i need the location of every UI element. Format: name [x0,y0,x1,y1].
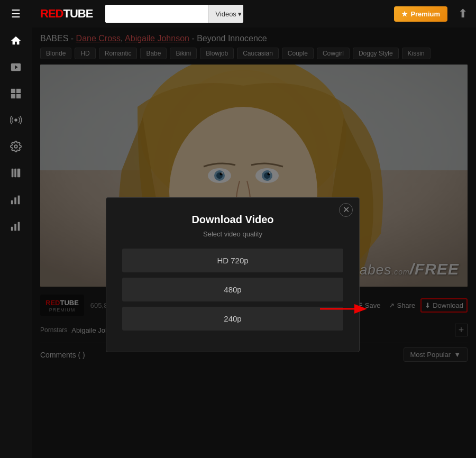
modal-close-button[interactable]: ✕ [339,203,353,217]
logo-red: RED [40,7,63,21]
svg-rect-2 [11,89,15,93]
svg-rect-16 [18,222,20,231]
sidebar-item-library[interactable] [0,160,32,186]
modal-title: Download Video [122,214,343,226]
premium-star-icon: ★ [401,10,408,18]
svg-rect-10 [17,169,21,178]
svg-rect-3 [16,89,21,93]
svg-point-6 [14,118,17,122]
sidebar-menu-btn[interactable]: ☰ [0,0,32,28]
svg-rect-15 [14,224,16,231]
quality-hd-720p-button[interactable]: HD 720p [122,249,343,272]
premium-button[interactable]: ★ Premium [394,6,447,22]
svg-rect-12 [14,197,16,204]
svg-rect-13 [18,196,20,205]
svg-rect-11 [11,200,13,204]
logo-tube: TUBE [63,7,93,21]
hamburger-icon[interactable]: ☰ [11,7,21,20]
modal-overlay[interactable]: ✕ Download Video Select video quality HD… [32,28,476,458]
svg-rect-8 [12,169,14,178]
quality-480p-button[interactable]: 480p [122,278,343,301]
svg-rect-9 [14,169,16,178]
search-input[interactable] [105,5,208,23]
sidebar-item-stats2[interactable] [0,213,32,239]
logo[interactable]: RED TUBE [40,7,93,21]
sidebar-item-categories[interactable] [0,80,32,107]
red-arrow [317,298,370,319]
modal-subtitle: Select video quality [122,230,343,238]
content-area: BABES - Dane Cross, Abigaile Johnson - B… [32,28,476,458]
sidebar-item-home[interactable] [0,28,32,54]
svg-rect-4 [11,94,15,98]
download-modal: ✕ Download Video Select video quality HD… [106,197,360,352]
svg-rect-14 [11,227,13,231]
sidebar-item-settings[interactable] [0,133,32,160]
svg-rect-5 [16,94,21,98]
main-content: RED TUBE Videos ▾ 🔍 ★ Premium ⬆ BABES - … [32,0,476,458]
sidebar-item-videos[interactable] [0,54,32,80]
premium-label: Premium [410,10,440,18]
svg-point-7 [14,145,17,148]
sidebar-item-stats1[interactable] [0,186,32,213]
search-bar: Videos ▾ 🔍 [105,5,243,23]
upload-button[interactable]: ⬆ [458,7,468,21]
search-category-select[interactable]: Videos ▾ [208,5,243,23]
quality-240p-button[interactable]: 240p [122,307,343,331]
header: RED TUBE Videos ▾ 🔍 ★ Premium ⬆ [32,0,476,28]
sidebar-item-live[interactable] [0,107,32,133]
sidebar: ☰ [0,0,32,458]
